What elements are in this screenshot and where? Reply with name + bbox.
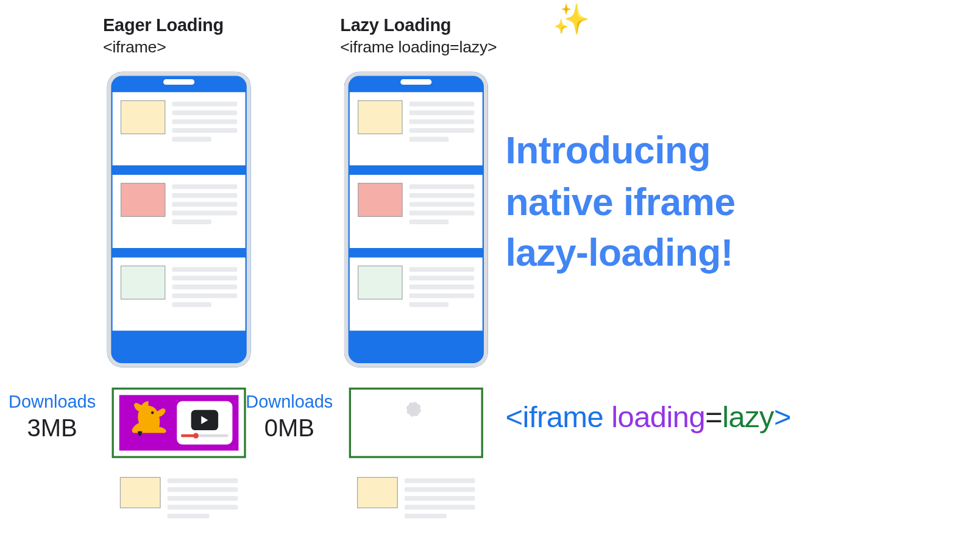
text-lines-placeholder xyxy=(172,266,237,325)
download-word: Downloads xyxy=(235,392,344,413)
lazy-column-label: Lazy Loading <iframe loading=lazy> xyxy=(340,15,497,56)
progress-bar-icon xyxy=(181,434,229,437)
headline-line: lazy-loading! xyxy=(506,227,736,278)
text-lines-placeholder xyxy=(168,477,238,519)
dog-icon xyxy=(126,399,173,447)
thumbnail-icon xyxy=(121,183,165,217)
eager-download-label: Downloads 3MB xyxy=(0,392,107,442)
download-size: 0MB xyxy=(235,414,344,442)
text-lines-placeholder xyxy=(410,183,475,243)
content-card xyxy=(112,470,246,541)
thumbnail-icon xyxy=(121,266,165,300)
text-lines-placeholder xyxy=(410,101,475,160)
phone-speaker xyxy=(400,79,431,85)
eager-iframe-content xyxy=(119,395,239,450)
headline-line: Introducing xyxy=(506,125,736,176)
code-eq: = xyxy=(705,400,722,433)
code-val: lazy xyxy=(722,400,774,433)
content-card xyxy=(350,92,483,165)
lazy-download-label: Downloads 0MB xyxy=(235,392,344,442)
phone-speaker xyxy=(163,79,194,85)
eager-iframe-card xyxy=(112,388,246,458)
content-card xyxy=(113,175,246,248)
thumbnail-icon xyxy=(358,266,402,300)
content-card xyxy=(350,175,483,248)
code-tag-open: <iframe xyxy=(506,400,604,433)
sparkles-icon: ✨ xyxy=(553,4,590,34)
loading-spinner-icon xyxy=(399,405,434,441)
content-card xyxy=(113,92,246,165)
code-attr: loading xyxy=(611,400,705,433)
lazy-iframe-card xyxy=(349,388,483,458)
download-size: 3MB xyxy=(0,414,107,442)
lazy-title: Lazy Loading xyxy=(340,15,497,35)
text-lines-placeholder xyxy=(405,477,475,519)
lazy-code: <iframe loading=lazy> xyxy=(340,37,497,56)
text-lines-placeholder xyxy=(172,101,237,160)
eager-column-label: Eager Loading <iframe> xyxy=(103,15,224,56)
content-card xyxy=(349,470,483,541)
code-snippet: <iframe loading=lazy> xyxy=(506,400,791,434)
thumbnail-icon xyxy=(121,101,165,135)
thumbnail-icon xyxy=(358,101,402,135)
text-lines-placeholder xyxy=(172,183,237,243)
headline: Introducing native iframe lazy-loading! xyxy=(506,125,736,278)
lazy-phone xyxy=(344,72,488,367)
thumbnail-icon xyxy=(357,477,398,508)
play-icon xyxy=(191,410,218,430)
svg-point-0 xyxy=(151,411,154,414)
text-lines-placeholder xyxy=(410,266,475,325)
headline-line: native iframe xyxy=(506,176,736,227)
eager-code: <iframe> xyxy=(103,37,224,56)
download-word: Downloads xyxy=(0,392,107,413)
content-card xyxy=(113,258,246,331)
content-card xyxy=(350,258,483,331)
code-tag-close: > xyxy=(774,400,791,433)
video-player-icon xyxy=(177,401,232,444)
thumbnail-icon xyxy=(358,183,402,217)
eager-title: Eager Loading xyxy=(103,15,224,35)
thumbnail-icon xyxy=(120,477,161,508)
eager-phone xyxy=(107,72,251,367)
